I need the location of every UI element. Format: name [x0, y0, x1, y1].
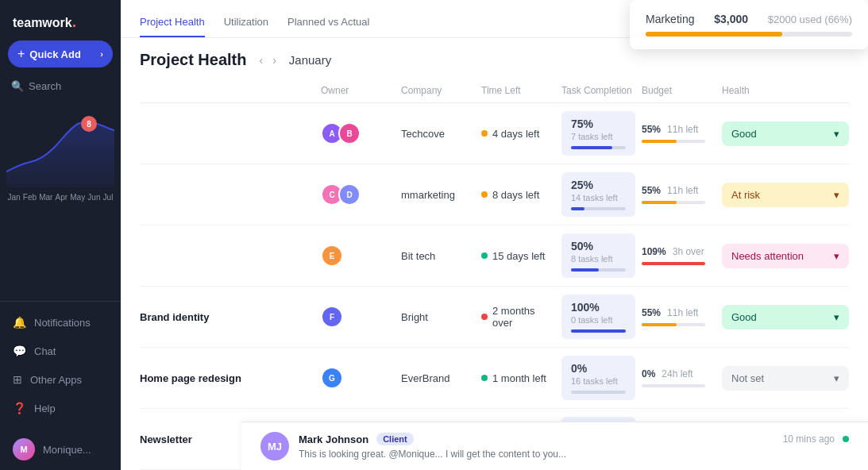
health-label-1: Good	[731, 128, 757, 140]
table-header: Owner Company Time Left Task Completion …	[140, 79, 849, 103]
company-3: Bit tech	[401, 250, 475, 262]
health-chevron-5: ▾	[834, 372, 839, 384]
budget-time-3: 3h over	[673, 246, 704, 257]
budget-bar-1	[642, 140, 677, 143]
time-left-3: 15 days left	[481, 250, 555, 262]
task-cell-2: 25% 14 tasks left	[561, 172, 635, 217]
user-profile[interactable]: M Monique...	[0, 429, 121, 470]
other-apps-label: Other Apps	[30, 374, 82, 386]
help-icon: ❓	[13, 402, 26, 414]
health-chevron-4: ▾	[834, 311, 839, 323]
popup-budget-bar-fill	[646, 32, 782, 37]
sidebar-chart: 8 Jan Feb Mar Apr May Jun Jul	[0, 108, 121, 301]
budget-pct-4: 55%	[642, 307, 661, 318]
time-left-1: 4 days left	[481, 128, 555, 140]
header-health: Health	[722, 85, 849, 96]
owner-cell-3: E	[321, 245, 395, 267]
table-row: Home page redesign G EverBrand 1 month l…	[140, 348, 849, 409]
tab-project-health[interactable]: Project Health	[140, 10, 205, 37]
prev-month-button[interactable]: ‹	[256, 52, 266, 68]
sidebar-item-other-apps[interactable]: ⊞ Other Apps	[0, 365, 121, 394]
company-5: EverBrand	[401, 372, 475, 384]
task-cell-3: 50% 8 tasks left	[561, 233, 635, 278]
notifications-label: Notifications	[34, 317, 91, 329]
company-1: Techcove	[401, 128, 475, 140]
health-badge-1[interactable]: Good ▾	[722, 121, 849, 146]
message-content: Mark Johnson Client 10 mins ago This is …	[299, 433, 849, 460]
sidebar-item-notifications[interactable]: 🔔 Notifications	[0, 308, 121, 337]
task-cell-4: 100% 0 tasks left	[561, 295, 635, 339]
task-pct-1: 75%	[571, 118, 626, 130]
time-dot-5	[481, 375, 488, 381]
user-name: Monique...	[43, 444, 91, 456]
chevron-right-icon: ›	[100, 49, 103, 59]
table-row: C D mmarketing 8 days left 25% 14 tasks …	[140, 164, 849, 225]
task-bar-4	[571, 329, 626, 333]
budget-pct-2: 55%	[642, 185, 661, 196]
logo: teamwork.	[13, 13, 76, 31]
message-time: 10 mins ago	[783, 433, 835, 445]
chat-icon: 💬	[13, 345, 26, 357]
health-badge-3[interactable]: Needs attention ▾	[722, 244, 849, 268]
budget-bar-2	[642, 201, 677, 204]
sidebar-item-chat[interactable]: 💬 Chat	[0, 337, 121, 365]
task-bar-2	[571, 207, 584, 210]
budget-cell-4: 55% 11h left	[642, 307, 716, 326]
owner-cell-5: G	[321, 367, 395, 389]
chart-label-mar: Mar	[39, 193, 52, 202]
logo-area: teamwork.	[0, 0, 121, 40]
owner-avatar-3a: E	[321, 245, 343, 267]
owner-cell-4: F	[321, 306, 395, 328]
health-label-5: Not set	[731, 372, 764, 384]
header-task-completion: Task Completion	[561, 85, 635, 96]
owner-avatar-1b: B	[338, 122, 361, 144]
health-badge-5[interactable]: Not set ▾	[722, 366, 849, 391]
budget-cell-2: 55% 11h left	[642, 185, 716, 204]
popup-budget-bar-bg	[646, 32, 852, 37]
sidebar-item-help[interactable]: ❓ Help	[0, 394, 121, 422]
budget-popup: Marketing $3,000 $2000 used (66%)	[630, 0, 868, 49]
search-bar[interactable]: 🔍 Search	[8, 77, 113, 95]
user-avatar: M	[13, 438, 35, 460]
health-badge-4[interactable]: Good ▾	[722, 305, 849, 329]
budget-time-2: 11h left	[667, 185, 698, 196]
owner-avatar-2b: D	[338, 183, 361, 206]
client-badge: Client	[376, 433, 414, 445]
month-navigation: ‹ ›	[256, 52, 279, 68]
current-month: January	[289, 53, 331, 67]
tab-utilization[interactable]: Utilization	[224, 10, 268, 37]
health-badge-2[interactable]: At risk ▾	[722, 183, 849, 207]
quick-add-label: Quick Add	[29, 48, 81, 60]
budget-time-5: 24h left	[662, 368, 692, 379]
owner-avatar-4a: F	[321, 306, 343, 328]
main-content: Marketing $3,000 $2000 used (66%) Projec…	[121, 0, 868, 470]
time-dot-3	[481, 252, 488, 259]
task-pct-2: 25%	[571, 179, 626, 191]
message-sender-name: Mark Johnson	[299, 433, 368, 445]
time-dot-4	[481, 314, 488, 320]
budget-cell-1: 55% 11h left	[642, 124, 716, 143]
task-pct-3: 50%	[571, 240, 626, 252]
chart-svg	[6, 108, 114, 187]
budget-time-1: 11h left	[667, 124, 698, 135]
task-pct-4: 100%	[571, 301, 626, 314]
help-label: Help	[34, 403, 56, 414]
company-2: mmarketing	[401, 189, 475, 201]
bottom-message[interactable]: MJ Mark Johnson Client 10 mins ago This …	[241, 422, 868, 470]
table-row: Brand identity F Bright 2 months over 10…	[140, 287, 849, 348]
sidebar: teamwork. + Quick Add › 🔍 Search 8	[0, 0, 121, 470]
chart-label-jan: Jan	[8, 193, 21, 202]
task-cell-1: 75% 7 tasks left	[561, 111, 635, 156]
budget-cell-5: 0% 24h left	[642, 368, 716, 387]
health-chevron-3: ▾	[834, 250, 839, 262]
time-dot-2	[481, 191, 488, 198]
health-chevron-2: ▾	[834, 189, 839, 201]
task-bar-1	[571, 146, 612, 149]
task-sub-2: 14 tasks left	[571, 193, 626, 202]
quick-add-button[interactable]: + Quick Add ›	[8, 40, 113, 67]
tab-planned-vs-actual[interactable]: Planned vs Actual	[287, 10, 369, 37]
time-dot-1	[481, 130, 488, 137]
health-label-4: Good	[731, 311, 757, 323]
budget-pct-3: 109%	[642, 246, 666, 257]
next-month-button[interactable]: ›	[269, 52, 280, 68]
